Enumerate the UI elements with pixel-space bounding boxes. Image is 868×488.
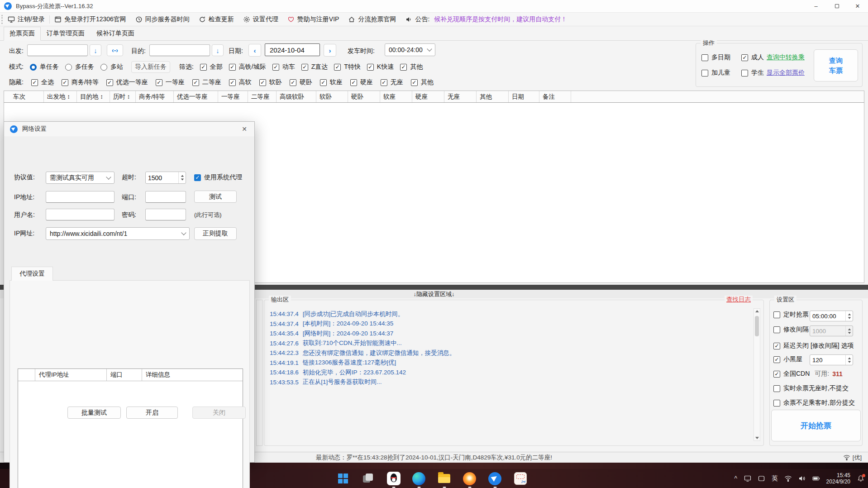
ops-adult[interactable]: 成人 (741, 53, 764, 62)
log-scrollbar[interactable] (754, 308, 760, 441)
spinner-up-icon[interactable] (848, 313, 850, 315)
taskbar-edge[interactable] (412, 472, 426, 486)
task-view-button[interactable] (361, 472, 375, 486)
toolbar-official-site[interactable]: 分流抢票官网 (343, 15, 401, 24)
filter-z-train[interactable]: Z直达 (301, 63, 328, 71)
hide-other[interactable]: 其他 (411, 78, 434, 86)
column-header[interactable]: 历时 ↕ (110, 91, 136, 102)
spinner-arrows[interactable] (845, 326, 853, 336)
blackroom-spinner[interactable]: 120 (810, 354, 853, 365)
setting-partial-submit[interactable]: 余票不足乘客时,部分提交 (773, 399, 855, 407)
password-input[interactable] (145, 209, 186, 220)
spinner-up-icon[interactable] (181, 175, 183, 177)
port-input[interactable] (145, 191, 186, 203)
proxy-col-detail[interactable]: 详细信息 (142, 369, 243, 381)
hide-hard-sleeper[interactable]: 硬卧 (290, 78, 312, 86)
date-input[interactable]: 2024-10-04 (265, 43, 320, 56)
language-indicator[interactable]: 英 (772, 474, 778, 483)
import-task-button[interactable]: 导入新任务 (131, 61, 170, 73)
setting-no-seat-skip[interactable]: 实时余票无座时,不提交 (773, 384, 849, 392)
spinner-down-icon[interactable] (848, 317, 850, 319)
hide-deluxe-soft[interactable]: 高软 (229, 78, 252, 86)
use-system-proxy[interactable]: 使用系统代理 (194, 173, 242, 182)
filter-other[interactable]: 其他 (400, 63, 423, 71)
date-prev-button[interactable]: ‹ (248, 44, 261, 57)
column-header[interactable]: 无座 (444, 91, 477, 102)
tray-touchpad-icon[interactable] (758, 475, 765, 483)
tray-expand-chevron[interactable]: ^ (734, 475, 738, 482)
hide-soft-sleeper[interactable]: 软卧 (259, 78, 282, 86)
mode-multi-station[interactable]: 多站 (100, 63, 123, 71)
column-header[interactable]: 二等座 (248, 91, 277, 102)
setting-national-cdn[interactable]: 全国CDN 可用: 311 (773, 370, 843, 378)
from-input[interactable] (27, 44, 88, 56)
close-button[interactable]: ✕ (847, 0, 868, 12)
column-header[interactable]: 商务/特等 (136, 91, 174, 102)
column-header[interactable]: 高级软卧 (277, 91, 316, 102)
scrollbar-thumb[interactable] (755, 316, 759, 336)
transfer-search-link[interactable]: 查询中转换乘 (767, 53, 805, 62)
depart-time-select[interactable]: 00:00-24:00 (385, 43, 435, 56)
ops-multi-date[interactable]: 多日期 (701, 53, 730, 62)
batch-test-button[interactable]: 批量测试 (67, 407, 121, 419)
toolbar-check-update[interactable]: 检查更新 (194, 15, 238, 24)
interval-spinner[interactable]: 1000 (810, 325, 853, 336)
setting-blackroom[interactable]: 小黑屋 (773, 355, 802, 364)
spinner-up-icon[interactable] (848, 357, 850, 359)
proxy-settings-tab[interactable]: 代理设置 (11, 267, 53, 281)
query-tickets-button[interactable]: 查询 车票 (814, 49, 858, 81)
protocol-select[interactable]: 需测试真实可用 (46, 172, 114, 184)
show-all-prices-link[interactable]: 显示全部票价 (767, 69, 805, 77)
filter-t-train[interactable]: T特快 (334, 63, 361, 71)
dialog-close-button[interactable]: ✕ (234, 122, 254, 136)
swap-stations-button[interactable]: ‹-› (107, 44, 123, 56)
taskbar-file-explorer[interactable] (437, 472, 451, 486)
toolbar-sponsor-vip[interactable]: 赞助与注册VIP (283, 15, 344, 24)
close-proxy-button[interactable]: 关闭 (192, 407, 246, 419)
hide-business[interactable]: 商务/特等 (62, 78, 99, 86)
timed-grab-spinner[interactable]: 05:00:00 (810, 311, 853, 321)
toolbar-sync-time[interactable]: 同步服务器时间 (131, 15, 194, 24)
scroll-down-icon[interactable] (755, 437, 759, 439)
hide-second-class[interactable]: 二等座 (192, 78, 221, 86)
to-history-button[interactable]: ↓ (212, 44, 224, 56)
filter-k-train[interactable]: K快速 (367, 63, 394, 71)
taskbar-snipping-tool[interactable]: ✂ (513, 472, 527, 486)
minimize-button[interactable]: – (806, 0, 826, 12)
spinner-down-icon[interactable] (848, 361, 850, 363)
column-header[interactable]: 备注 (539, 91, 571, 102)
find-log-link[interactable]: 查找日志 (725, 296, 753, 304)
battery-icon[interactable] (812, 475, 820, 483)
filter-d-train[interactable]: 动车 (272, 63, 295, 71)
hide-soft-seat[interactable]: 软座 (320, 78, 343, 86)
left-scrollbar[interactable] (256, 300, 262, 446)
ops-student[interactable]: 学生 (741, 69, 764, 77)
regex-extract-button[interactable]: 正则提取 (194, 227, 237, 240)
ip-address-input[interactable] (46, 191, 114, 203)
from-history-button[interactable]: ↓ (90, 44, 101, 56)
open-proxy-button[interactable]: 开启 (126, 407, 178, 419)
column-header[interactable]: 目的地 ↕ (77, 91, 110, 102)
hide-premium-first[interactable]: 优选一等座 (106, 78, 148, 86)
column-header[interactable]: 硬卧 (348, 91, 380, 102)
column-header[interactable]: 软座 (380, 91, 412, 102)
test-button[interactable]: 测试 (194, 191, 237, 203)
tab-order-management[interactable]: 订单管理页面 (41, 27, 91, 41)
spinner-down-icon[interactable] (181, 179, 183, 181)
hide-first-class[interactable]: 一等座 (156, 78, 185, 86)
username-input[interactable] (46, 209, 114, 220)
column-header[interactable]: 其他 (477, 91, 509, 102)
taskbar-bypass[interactable] (488, 472, 502, 486)
scroll-up-icon[interactable] (755, 310, 759, 312)
tray-display-icon[interactable] (744, 475, 751, 483)
proxy-col-port[interactable]: 端口 (107, 369, 142, 381)
toolbar-logout-login[interactable]: 注销/登录 (3, 15, 49, 24)
tab-waitlist-orders[interactable]: 候补订单页面 (91, 27, 140, 41)
taskbar-bitcomet[interactable] (463, 472, 477, 486)
toolbar-announcement[interactable]: 公告: (401, 15, 434, 24)
filter-all[interactable]: 全部 (200, 63, 223, 71)
spinner-arrows[interactable] (845, 355, 853, 365)
tab-ticket-page[interactable]: 抢票页面 (4, 27, 41, 41)
maximize-button[interactable] (826, 0, 847, 12)
column-header[interactable]: 日期 (509, 91, 539, 102)
